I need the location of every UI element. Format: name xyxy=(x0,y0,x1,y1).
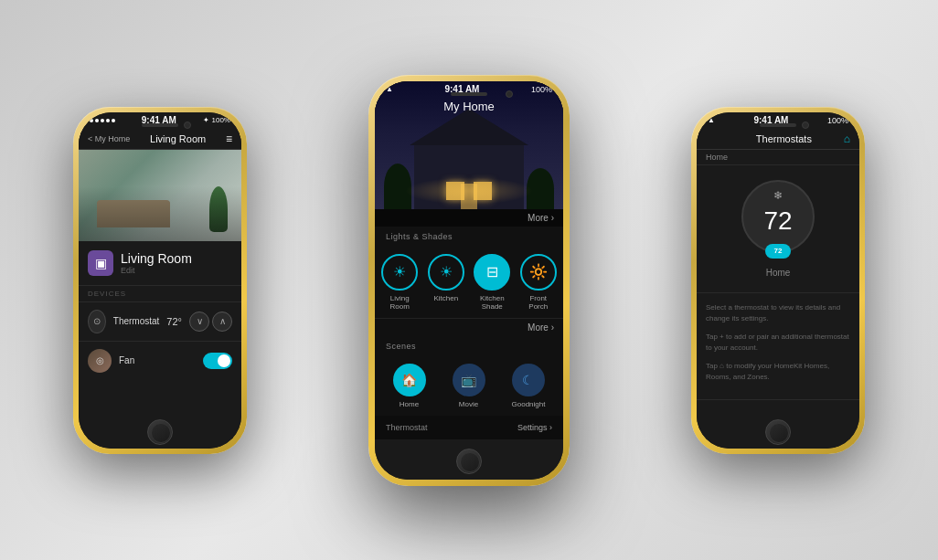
camera-left xyxy=(184,122,191,129)
house-roof xyxy=(410,109,528,145)
kitchen-light-icon: ☀ xyxy=(428,254,464,291)
info-add: Tap + to add or pair an additional therm… xyxy=(706,332,850,354)
signal-dot-2 xyxy=(95,119,99,122)
house-glow xyxy=(405,177,533,205)
home-icon-right[interactable]: ⌂ xyxy=(844,132,850,145)
kitchen-light-label: Kitchen xyxy=(433,294,458,302)
settings-button[interactable]: Settings › xyxy=(517,423,552,432)
sofa-back xyxy=(97,201,170,214)
lights-more-bar[interactable]: More › xyxy=(375,318,563,336)
lights-icons-row: ☀ LivingRoom ☀ Kitchen ⊟ KitchenShade 🔆 … xyxy=(375,247,563,318)
thermostat-home-label: Home xyxy=(766,268,791,278)
scene-goodnight[interactable]: ☾ Goodnight xyxy=(512,364,546,408)
info-modify-text: Tap ⌂ to modify your HomeKit Homes, Room… xyxy=(706,362,829,381)
signal-dot-1 xyxy=(90,119,93,122)
thermostat-info: Select a thermostat to view its details … xyxy=(697,293,859,400)
home-button-inner-right xyxy=(769,423,789,443)
signal-left xyxy=(90,119,115,122)
wifi-icon-right: ▲ xyxy=(708,116,715,124)
speaker-top-right xyxy=(760,123,796,127)
front-porch-label: FrontPorch xyxy=(528,294,548,311)
lights-section-title: Lights & Shades xyxy=(375,227,563,247)
menu-icon-left[interactable]: ≡ xyxy=(226,132,232,145)
phone3-nav-header: Thermostats ⌂ xyxy=(697,129,859,150)
battery-center: 100% xyxy=(531,85,552,94)
fan-toggle-dot xyxy=(218,354,230,367)
scene: 9:41 AM ✦ 100% < My Home Living Room ≡ xyxy=(0,0,938,560)
home-button-right[interactable] xyxy=(765,419,791,445)
phone3-header-title: Thermostats xyxy=(724,133,844,144)
lights-more-label: More › xyxy=(528,322,554,333)
back-button-left[interactable]: < My Home xyxy=(88,134,130,143)
thermostat-circle: ❄ 72 72 xyxy=(741,180,815,253)
thermostat-device-name: Thermostat xyxy=(113,316,160,326)
signal-dot-5 xyxy=(112,119,115,122)
bluetooth-icon: ✦ xyxy=(203,116,209,124)
thermostat-badge-temp: 72 xyxy=(765,244,791,259)
phone-center-screen: ▲ 9:41 AM 100% My Home More › Lights & S… xyxy=(375,81,563,480)
phone-left-screen-container: 9:41 AM ✦ 100% < My Home Living Room ≡ xyxy=(79,112,241,449)
scene-goodnight-label: Goodnight xyxy=(512,400,546,408)
scene-movie[interactable]: 📺 Movie xyxy=(453,364,485,408)
devices-label: DEVICES xyxy=(79,285,241,301)
hero-image: ▲ 9:41 AM 100% My Home xyxy=(375,81,563,209)
plant xyxy=(209,186,228,232)
living-room-light-icon: ☀ xyxy=(381,254,418,291)
info-select-text: Select a thermostat to view its details … xyxy=(706,303,840,322)
camera-center xyxy=(506,90,513,98)
hero-more-bar[interactable]: More › xyxy=(375,209,563,227)
lights-item-living[interactable]: ☀ LivingRoom xyxy=(381,254,418,311)
fan-device-name: Fan xyxy=(119,355,196,365)
fan-avatar-icon: ◎ xyxy=(96,355,104,365)
signal-dot-4 xyxy=(106,119,110,122)
home-button-left[interactable] xyxy=(147,419,173,445)
thermostat-device-row: ⊙ Thermostat 72° ∨ ∧ xyxy=(79,301,241,341)
kitchen-shade-icon: ⊟ xyxy=(474,254,510,291)
temp-up-btn[interactable]: ∧ xyxy=(212,312,232,332)
phone-right-screen-container: ▲ 9:41 AM 100% Thermostats ⌂ Home ❄ 72 xyxy=(697,112,859,449)
thermostat-card[interactable]: ❄ 72 72 Home xyxy=(697,165,859,293)
settings-bar: Thermostat Settings › xyxy=(375,416,563,439)
room-icon-symbol: ▣ xyxy=(95,256,107,270)
scene-movie-label: Movie xyxy=(459,400,478,408)
home-button-center[interactable] xyxy=(456,449,482,474)
temp-controls: ∨ ∧ xyxy=(189,312,232,332)
speaker-top-center xyxy=(451,92,487,96)
lights-item-shade[interactable]: ⊟ KitchenShade xyxy=(474,254,510,311)
fan-device-row: ◎ Fan xyxy=(79,341,241,380)
thermostat-icon-symbol: ⊙ xyxy=(93,316,101,326)
scene-goodnight-icon: ☾ xyxy=(512,364,545,396)
thermostat-device-temp: 72° xyxy=(166,316,182,327)
lights-item-porch[interactable]: 🔆 FrontPorch xyxy=(520,254,557,311)
scene-home-icon: 🏠 xyxy=(393,364,426,396)
phone1-nav-header: < My Home Living Room ≡ xyxy=(79,129,241,150)
scenes-row: 🏠 Home 📺 Movie ☾ Goodnight xyxy=(375,356,563,416)
room-icon: ▣ xyxy=(88,250,113,276)
lights-item-kitchen[interactable]: ☀ Kitchen xyxy=(428,254,464,311)
phone-right-screen: ▲ 9:41 AM 100% Thermostats ⌂ Home ❄ 72 xyxy=(697,112,859,449)
room-info: ▣ Living Room Edit xyxy=(79,241,241,285)
front-porch-icon: 🔆 xyxy=(520,254,557,291)
sofa xyxy=(97,200,170,227)
info-modify: Tap ⌂ to modify your HomeKit Homes, Room… xyxy=(706,361,850,383)
battery-left: 100% xyxy=(212,116,230,124)
phone-center: ▲ 9:41 AM 100% My Home More › Lights & S… xyxy=(368,75,570,486)
temp-down-btn[interactable]: ∨ xyxy=(189,312,209,332)
scene-home[interactable]: 🏠 Home xyxy=(393,364,426,408)
fan-toggle[interactable] xyxy=(203,353,232,369)
phone-left-screen: 9:41 AM ✦ 100% < My Home Living Room ≡ xyxy=(79,112,241,449)
phone-right: ▲ 9:41 AM 100% Thermostats ⌂ Home ❄ 72 xyxy=(691,107,865,454)
battery-right: 100% xyxy=(827,116,848,125)
thermostat-label-footer: Thermostat xyxy=(386,423,428,432)
thermostat-main-temp: 72 xyxy=(763,208,792,234)
info-select: Select a thermostat to view its details … xyxy=(706,302,850,324)
snowflake-icon: ❄ xyxy=(773,189,783,202)
room-image xyxy=(79,150,241,241)
status-icons-left: ✦ 100% xyxy=(203,116,230,124)
breadcrumb-right: Home xyxy=(697,150,859,165)
room-edit[interactable]: Edit xyxy=(121,266,192,275)
kitchen-shade-label: KitchenShade xyxy=(480,294,505,311)
fan-avatar: ◎ xyxy=(88,349,112,373)
living-room-light-label: LivingRoom xyxy=(390,294,410,311)
info-add-text: Tap + to add or pair an additional therm… xyxy=(706,333,849,352)
